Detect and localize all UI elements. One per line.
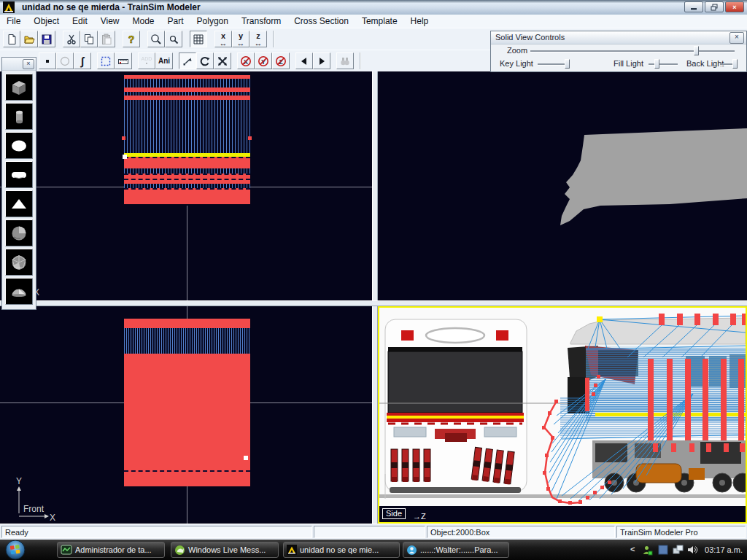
tray-network-icon[interactable] — [673, 545, 684, 555]
paste-button[interactable] — [98, 31, 115, 47]
start-button[interactable] — [4, 539, 26, 560]
menu-transform[interactable]: Transform — [235, 15, 287, 28]
minimize-button[interactable] — [684, 1, 703, 12]
animate-tool-button[interactable]: Ani — [155, 52, 173, 69]
zoom-slider[interactable] — [530, 50, 735, 52]
toolbox-titlebar[interactable]: × — [2, 58, 36, 71]
viewport-front[interactable]: Y Front X — [0, 306, 372, 524]
fill-light-slider[interactable] — [649, 63, 678, 66]
tool-sphere-button[interactable] — [5, 219, 33, 246]
zoom-out-button[interactable] — [165, 31, 182, 47]
taskbar-button-task-manager[interactable]: Administrador de ta... — [57, 542, 165, 558]
taskbar: Administrador de ta... Windows Live Mess… — [0, 540, 747, 560]
menu-template[interactable]: Template — [355, 15, 404, 28]
close-button[interactable]: × — [725, 1, 744, 12]
tool-ellipse-button[interactable] — [5, 132, 33, 159]
move-z-icon: z↔ — [255, 32, 263, 47]
zoom-slider-label: Zoom — [507, 46, 527, 55]
axis-line — [0, 402, 124, 403]
scale-icon — [217, 55, 228, 67]
move-x-button[interactable]: x↔ — [214, 31, 232, 47]
tray-app-icon[interactable] — [658, 545, 668, 555]
taskbar-button-messenger[interactable]: Windows Live Mess... — [171, 542, 279, 558]
axis-line — [250, 187, 372, 187]
selected-vertex[interactable] — [244, 456, 248, 460]
circle-tool-button[interactable] — [56, 52, 74, 69]
point-tool-button[interactable] — [39, 52, 56, 69]
menu-view[interactable]: View — [94, 15, 126, 28]
model-front-view[interactable] — [124, 319, 250, 486]
viewport-top[interactable]: X — [0, 71, 372, 300]
add-tool-button[interactable]: ADD▪ — [138, 52, 155, 69]
back-light-slider-thumb[interactable] — [732, 59, 738, 69]
svg-text:?: ? — [128, 34, 135, 45]
dome-icon — [9, 282, 28, 301]
menu-file[interactable]: File — [0, 15, 27, 28]
help-button[interactable]: ? — [123, 31, 140, 47]
taskbar-button-walter-chat[interactable]: ......:Walter:......Para... — [403, 542, 509, 558]
side-label-strip: Side →Z — [379, 506, 746, 522]
viewport-splitter-horizontal[interactable] — [0, 300, 747, 306]
rotate-tool-button[interactable] — [196, 52, 214, 69]
line-tool-button[interactable] — [179, 52, 196, 69]
selected-vertex — [597, 316, 603, 322]
tool-cylinder-button[interactable] — [5, 103, 33, 130]
open-button[interactable] — [20, 31, 38, 47]
close-icon: × — [732, 4, 736, 11]
menu-polygon[interactable]: Polygon — [190, 15, 235, 28]
previous-button[interactable] — [295, 52, 313, 69]
fill-light-slider-thumb[interactable] — [654, 59, 659, 69]
menu-edit[interactable]: Edit — [66, 15, 94, 28]
tool-geosphere-button[interactable] — [5, 249, 33, 276]
viewport-perspective[interactable] — [378, 71, 747, 300]
tray-volume-icon[interactable] — [687, 545, 698, 555]
lock-y-button[interactable]: Y — [255, 52, 272, 69]
tray-chevron-icon[interactable]: < — [630, 545, 635, 553]
viewport-splitter-vertical[interactable] — [372, 71, 378, 524]
lock-x-button[interactable]: X — [237, 52, 255, 69]
restore-button[interactable] — [705, 1, 724, 12]
find-button[interactable] — [336, 52, 354, 69]
zoom-out-icon — [168, 34, 179, 45]
zoom-in-button[interactable] — [147, 31, 165, 47]
tool-box-button[interactable] — [5, 74, 33, 101]
key-light-slider-thumb[interactable] — [565, 59, 570, 69]
select-vertices-button[interactable] — [97, 52, 115, 69]
move-y-button[interactable]: y↔ — [232, 31, 249, 47]
svc-close-button[interactable]: × — [729, 32, 744, 44]
measure-tool-button[interactable] — [115, 52, 132, 69]
new-button[interactable] — [3, 31, 20, 47]
circle-icon — [59, 55, 71, 67]
save-button[interactable] — [38, 31, 55, 47]
copy-button[interactable] — [80, 31, 98, 47]
scale-tool-button[interactable] — [214, 52, 231, 69]
tool-dome-button[interactable] — [5, 278, 33, 305]
menu-object[interactable]: Object — [27, 15, 66, 28]
move-z-button[interactable]: z↔ — [249, 31, 267, 47]
menu-mode[interactable]: Mode — [126, 15, 161, 28]
grid-toggle-button[interactable] — [190, 31, 207, 47]
toolbox-close-button[interactable]: × — [23, 59, 34, 69]
model-top-view[interactable] — [124, 75, 250, 204]
next-button[interactable] — [313, 52, 330, 69]
menu-part[interactable]: Part — [161, 15, 190, 28]
menu-cross-section[interactable]: Cross Section — [287, 15, 355, 28]
tray-buddy-icon[interactable] — [642, 545, 653, 556]
taskbar-button-trainsim[interactable]: unidad no se qe mie... — [283, 542, 400, 558]
tray-clock[interactable]: 03:17 a.m. — [705, 545, 743, 554]
cut-button[interactable] — [63, 31, 80, 47]
lock-z-button[interactable]: Z — [272, 52, 290, 69]
open-folder-icon — [23, 34, 35, 45]
spline-tool-button[interactable]: ∫ — [74, 52, 91, 69]
menu-help[interactable]: Help — [404, 15, 436, 28]
viewport-side[interactable]: Side →Z — [378, 306, 747, 524]
status-message: Ready — [1, 526, 312, 538]
new-file-icon — [6, 34, 18, 45]
tool-wedge-button[interactable] — [5, 190, 33, 217]
selected-vertex[interactable] — [123, 155, 127, 159]
svg-text:Front: Front — [23, 504, 44, 514]
axis-line — [250, 402, 372, 403]
tool-rounded-slab-button[interactable] — [5, 161, 33, 188]
zoom-slider-thumb[interactable] — [694, 46, 699, 55]
svc-titlebar[interactable]: Solid View Controls × — [491, 31, 746, 44]
